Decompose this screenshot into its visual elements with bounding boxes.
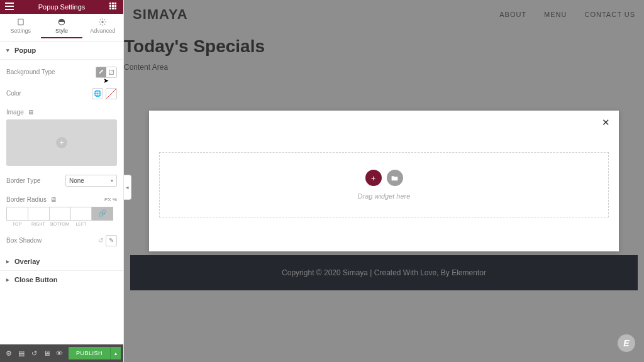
link-icon: 🔗 [98, 209, 107, 217]
collapse-panel-handle[interactable]: ◂ [124, 175, 131, 200]
color-picker-swatch[interactable] [106, 88, 117, 99]
popup-close-button[interactable]: ✕ [602, 117, 610, 128]
control-label: Image [6, 109, 24, 116]
panel-body: ▾ Popup Background Type [0, 41, 123, 344]
footer-responsive-icon[interactable]: 🖥 [40, 347, 53, 359]
tab-style[interactable]: Style [41, 14, 82, 41]
preview-canvas: SIMAYA ABOUT MENU CONTACT US Today's Spe… [124, 0, 644, 362]
control-background-type: Background Type [6, 66, 117, 79]
unit-switch[interactable]: PX % [104, 197, 117, 202]
border-type-select[interactable]: None ▾ [65, 175, 117, 187]
border-radius-inputs: 🔗 [6, 207, 117, 221]
section-title: Popup [14, 47, 36, 54]
image-upload-area[interactable]: + [6, 119, 117, 166]
section-overlay[interactable]: ▸ Overlay [0, 253, 123, 271]
brush-icon [98, 69, 104, 75]
tab-settings[interactable]: Settings [0, 14, 41, 41]
control-label: Color [6, 90, 92, 97]
bg-classic-option[interactable] [96, 67, 106, 77]
control-image-label: Image 🖥 [6, 109, 117, 116]
hamburger-icon[interactable] [5, 3, 14, 10]
tab-label: Style [55, 28, 68, 35]
svg-rect-0 [18, 19, 23, 25]
template-library-button[interactable] [387, 170, 403, 186]
control-color: Color 🌐 [6, 87, 117, 100]
radius-side-labels: TOP RIGHT BOTTOM LEFT [6, 222, 117, 226]
radius-top-input[interactable] [6, 207, 28, 221]
globe-icon: 🌐 [94, 90, 101, 97]
add-image-icon: + [56, 137, 67, 148]
control-label: Background Type [6, 69, 96, 75]
advanced-tab-icon [98, 18, 107, 26]
style-tab-icon [57, 18, 66, 26]
select-value: None [69, 177, 84, 184]
side-label: LEFT [70, 222, 92, 226]
section-popup[interactable]: ▾ Popup [0, 41, 123, 60]
side-label: RIGHT [28, 222, 49, 226]
footer-navigator-icon[interactable]: ▤ [15, 347, 28, 359]
control-border-type: Border Type None ▾ [6, 175, 117, 187]
sidebar-title: Popup Settings [38, 3, 86, 11]
plus-icon: + [371, 173, 376, 183]
reset-icon[interactable]: ↺ [98, 237, 103, 244]
tab-advanced[interactable]: Advanced [82, 14, 123, 41]
bg-gradient-option[interactable] [106, 67, 116, 77]
elementor-fab[interactable]: E [618, 334, 635, 352]
link-values-button[interactable]: 🔗 [92, 207, 113, 221]
sidebar-footer: ⚙ ▤ ↺ 🖥 👁 PUBLISH ▴ [0, 344, 123, 362]
footer-history-icon[interactable]: ↺ [28, 347, 40, 359]
popup-preview: ✕ + Drag widget here [149, 111, 619, 251]
publish-button[interactable]: PUBLISH [69, 347, 110, 359]
elementor-icon: E [623, 338, 629, 348]
footer-preview-icon[interactable]: 👁 [53, 347, 65, 359]
settings-tab-icon [16, 18, 25, 26]
edit-shadow-button[interactable]: ✎ [106, 235, 117, 246]
publish-options-button[interactable]: ▴ [110, 347, 121, 359]
radius-left-input[interactable] [70, 207, 92, 221]
svg-point-2 [102, 21, 104, 23]
side-label: TOP [6, 222, 28, 226]
apps-grid-icon[interactable] [109, 3, 118, 11]
widget-dropzone[interactable]: + Drag widget here [159, 152, 609, 217]
section-close-button[interactable]: ▸ Close Button [0, 271, 123, 288]
gradient-icon [108, 69, 114, 75]
control-box-shadow: Box Shadow ↺ ✎ [6, 235, 117, 246]
popup-controls: Background Type Color 🌐 [0, 60, 123, 253]
add-widget-button[interactable]: + [365, 170, 382, 186]
tab-label: Settings [10, 28, 31, 35]
background-type-toggle [96, 67, 117, 78]
caret-down-icon: ▾ [6, 47, 9, 53]
tab-label: Advanced [90, 28, 115, 35]
responsive-icon[interactable]: 🖥 [50, 196, 57, 203]
chevron-down-icon: ▾ [111, 178, 113, 184]
radius-right-input[interactable] [28, 207, 49, 221]
sidebar-header: Popup Settings [0, 0, 123, 14]
panel-tabs: Settings Style Advanced [0, 14, 123, 41]
footer-settings-icon[interactable]: ⚙ [3, 347, 15, 359]
control-border-radius-label: Border Radius 🖥 PX % [6, 196, 117, 203]
side-label: BOTTOM [49, 222, 70, 226]
control-label: Border Radius [6, 196, 47, 203]
dropzone-hint: Drag widget here [358, 192, 411, 200]
editor-sidebar: Popup Settings Settings Style Advanced ▾… [0, 0, 124, 362]
control-label: Box Shadow [6, 237, 42, 244]
folder-icon [391, 174, 399, 182]
control-label: Border Type [6, 177, 65, 184]
caret-right-icon: ▸ [6, 258, 9, 265]
global-color-button[interactable]: 🌐 [92, 88, 103, 99]
responsive-icon[interactable]: 🖥 [28, 109, 34, 116]
caret-right-icon: ▸ [6, 277, 9, 283]
section-title: Overlay [14, 258, 40, 265]
chevron-left-icon: ◂ [126, 184, 129, 190]
section-title: Close Button [14, 276, 57, 283]
pencil-icon: ✎ [109, 237, 114, 244]
radius-bottom-input[interactable] [49, 207, 70, 221]
